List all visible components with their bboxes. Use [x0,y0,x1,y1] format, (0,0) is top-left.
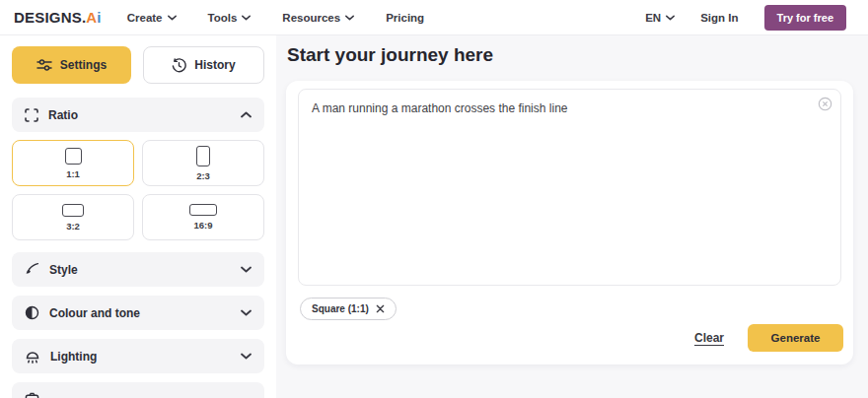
lamp-icon [25,350,40,364]
logo-text-i: i [97,9,101,26]
try-for-free-button[interactable]: Try for free [764,5,846,31]
tab-settings-label: Settings [60,58,107,72]
logo[interactable]: DESIGNS.Ai [14,9,102,26]
sign-in-label: Sign In [700,12,738,24]
sidebar-section-partial[interactable] [12,382,264,398]
ratio-options: 1:1 2:3 3:2 16:9 [12,140,264,240]
crop-corners-icon [25,108,38,122]
clear-prompt-icon[interactable] [818,97,832,111]
nav-item-label: Create [127,12,163,24]
paintbrush-icon [25,262,39,277]
sidebar-section-style[interactable]: Style [12,252,264,287]
hidden-section-icon [25,392,39,398]
prompt-input-wrapper [298,89,841,286]
nav-item-resources[interactable]: Resources [282,12,354,24]
nav-item-label: Resources [282,12,340,24]
generate-button[interactable]: Generate [748,324,843,352]
nav-item-tools[interactable]: Tools [208,12,252,24]
ratio-option-16-9[interactable]: 16:9 [142,194,264,240]
ratio-option-label: 16:9 [193,220,212,231]
ratio-chip-label: Square (1:1) [312,303,369,314]
chevron-down-icon [345,15,354,21]
nav-item-create[interactable]: Create [127,12,177,24]
section-label: Ratio [48,108,78,122]
ratio-option-label: 3:2 [66,221,80,232]
ratio-option-label: 2:3 [196,170,210,181]
section-label: Lighting [50,350,97,364]
section-label: Style [49,263,78,277]
history-icon [172,58,186,73]
nav-item-pricing[interactable]: Pricing [386,12,424,24]
chevron-down-icon [241,309,252,316]
sidebar-section-colour-tone[interactable]: Colour and tone [12,296,264,330]
settings-sidebar: Settings History Ratio [0,35,276,398]
ratio-chip[interactable]: Square (1:1) [300,298,397,320]
prompt-actions: Clear Generate [694,324,843,352]
chevron-up-icon [241,111,252,118]
remove-chip-icon[interactable] [376,304,385,313]
prompt-card: Square (1:1) Clear Generate [286,81,853,365]
ratio-option-3-2[interactable]: 3:2 [12,194,134,240]
prompt-input[interactable] [299,90,840,285]
chevron-down-icon [168,15,177,21]
clear-button[interactable]: Clear [694,331,724,345]
page-title: Start your journey here [287,44,493,66]
ratio-option-1-1[interactable]: 1:1 [12,140,134,186]
chevron-down-icon [241,353,252,360]
language-selector[interactable]: EN [645,12,675,24]
tab-settings[interactable]: Settings [12,46,131,84]
sidebar-section-ratio[interactable]: Ratio [12,98,264,132]
contrast-icon [25,305,39,320]
ratio-option-2-3[interactable]: 2:3 [142,140,264,186]
language-label: EN [645,12,661,24]
chevron-down-icon [666,15,675,21]
ratio-shape-wide [189,204,217,216]
main-content: Start your journey here Square (1:1) Cle… [276,35,868,398]
nav-item-label: Tools [208,12,238,24]
navbar-right: EN Sign In Try for free [645,5,846,31]
ratio-shape-portrait [196,146,210,166]
top-navbar: DESIGNS.Ai Create Tools Resources Pricin… [0,0,868,35]
sign-in-link[interactable]: Sign In [700,12,738,24]
nav-links: Create Tools Resources Pricing [127,12,424,24]
logo-text-dark: DESIGNS. [14,9,86,26]
chevron-down-icon [241,266,252,273]
chevron-down-icon [242,15,251,21]
sidebar-section-lighting[interactable]: Lighting [12,339,264,373]
sliders-icon [36,58,52,72]
ratio-shape-landscape [62,204,84,217]
section-label: Colour and tone [49,306,140,320]
tab-history-label: History [194,58,235,72]
logo-text-a: A [86,9,97,26]
tab-history[interactable]: History [143,46,264,84]
nav-item-label: Pricing [386,12,424,24]
sidebar-tabs: Settings History [12,46,264,84]
ratio-option-label: 1:1 [66,168,80,179]
ratio-shape-square [65,148,82,165]
